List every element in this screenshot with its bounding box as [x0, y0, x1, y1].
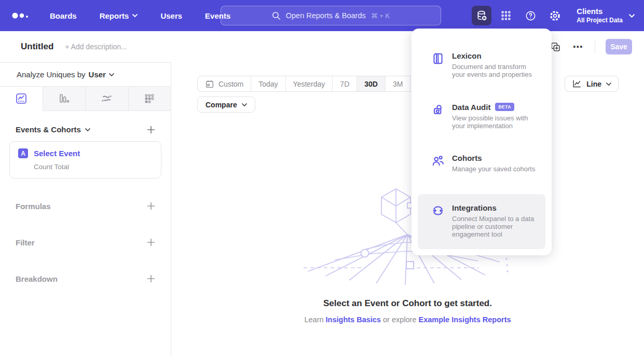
chart-toolbar: Custom Today Yesterday 7D 30D 3M 6M Line — [197, 76, 619, 92]
nav-item-reports[interactable]: Reports — [100, 11, 138, 20]
chevron-down-icon — [85, 128, 90, 131]
divider — [595, 39, 595, 54]
filter-section: Filter — [0, 234, 171, 251]
apps-grid-button[interactable] — [496, 6, 516, 25]
tab-retention-grid[interactable] — [129, 87, 171, 111]
plus-icon — [147, 202, 155, 210]
nav-item-users[interactable]: Users — [160, 11, 182, 20]
event-query-card[interactable]: A Select Event Count Total — [9, 141, 161, 178]
data-audit-lock-icon — [431, 103, 445, 117]
compare-dropdown[interactable]: Compare — [197, 97, 255, 113]
chevron-down-icon — [242, 103, 247, 106]
bar-chart-tab-icon — [58, 92, 70, 105]
nav-links: Boards Reports Users Events — [50, 11, 230, 20]
menu-item-integrations[interactable]: Integrations Connect Mixpanel to a data … — [418, 194, 545, 249]
add-description-field[interactable]: + Add description... — [65, 43, 127, 51]
project-name: Clients — [577, 7, 623, 17]
tab-line-chart[interactable] — [0, 87, 43, 111]
mixpanel-logo-icon[interactable] — [11, 12, 29, 19]
analyze-by-dropdown[interactable]: User — [89, 70, 114, 79]
apps-grid-icon — [500, 10, 512, 21]
help-button[interactable] — [520, 6, 540, 25]
example-insights-reports-link[interactable]: Example Insights Reports — [418, 315, 511, 324]
data-management-menu: Lexicon Document and transform your even… — [412, 29, 552, 255]
chevron-down-icon — [132, 14, 138, 17]
date-range-today[interactable]: Today — [251, 76, 285, 91]
select-event-button[interactable]: Select Event — [34, 149, 80, 158]
ellipsis-icon: ⋯ — [573, 44, 584, 49]
search-placeholder: Open Reports & Boards — [286, 11, 366, 20]
chevron-down-icon — [109, 73, 114, 76]
grid-dots-tab-icon — [143, 92, 156, 105]
database-gear-icon — [476, 10, 488, 22]
flow-tab-icon — [100, 92, 113, 105]
date-range-custom[interactable]: Custom — [198, 76, 251, 91]
report-title[interactable]: Untitled — [21, 42, 53, 52]
save-button[interactable]: Save — [606, 39, 632, 54]
analyze-label: Analyze Uniques by — [17, 70, 86, 79]
line-chart-tab-icon — [15, 92, 28, 105]
add-formula-button[interactable] — [147, 202, 155, 210]
project-selector[interactable]: Clients All Project Data — [577, 7, 635, 24]
gear-icon — [549, 10, 561, 22]
calendar-icon — [205, 79, 214, 89]
nav-item-boards[interactable]: Boards — [50, 11, 77, 20]
help-icon — [525, 10, 537, 22]
chevron-down-icon — [629, 14, 635, 18]
menu-item-cohorts[interactable]: Cohorts Manage your saved cohorts — [418, 148, 545, 178]
date-range-yesterday[interactable]: Yesterday — [286, 76, 333, 91]
cohorts-people-icon — [431, 154, 445, 168]
top-nav: Boards Reports Users Events Open Reports… — [0, 0, 644, 31]
search-icon — [272, 11, 281, 20]
project-scope: All Project Data — [577, 17, 623, 24]
more-options-button[interactable]: ⋯ — [572, 40, 584, 53]
plus-icon — [147, 274, 155, 283]
insights-basics-link[interactable]: Insights Basics — [326, 315, 381, 324]
add-event-button[interactable] — [147, 126, 155, 134]
line-chart-icon — [572, 79, 582, 89]
add-breakdown-button[interactable] — [147, 274, 155, 283]
tab-flow-chart[interactable] — [86, 87, 129, 111]
settings-button[interactable] — [545, 6, 565, 25]
events-cohorts-header: Events & Cohorts — [0, 125, 171, 134]
plus-icon — [147, 238, 155, 246]
menu-item-data-audit[interactable]: Data Audit BETA View possible issues wit… — [418, 98, 545, 135]
nav-right-cluster: Clients All Project Data — [472, 0, 635, 31]
beta-badge: BETA — [495, 103, 514, 111]
search-input[interactable]: Open Reports & Boards ⌘ + K — [221, 6, 441, 25]
empty-state-links: Learn Insights Basics or explore Example… — [171, 315, 644, 324]
date-range-30d[interactable]: 30D — [357, 76, 386, 91]
chart-type-tabs — [0, 87, 171, 111]
menu-item-lexicon[interactable]: Lexicon Document and transform your even… — [418, 46, 545, 84]
integrations-sync-icon — [431, 204, 445, 217]
lexicon-book-icon — [431, 52, 445, 65]
data-management-button[interactable] — [472, 6, 491, 25]
search-shortcut: ⌘ + K — [371, 12, 390, 20]
mixpanel-insights-page: Boards Reports Users Events Open Reports… — [0, 0, 644, 357]
events-cohorts-toggle[interactable]: Events & Cohorts — [16, 125, 90, 134]
date-range-control: Custom Today Yesterday 7D 30D 3M 6M — [197, 76, 436, 92]
chart-type-dropdown[interactable]: Line — [565, 76, 619, 92]
empty-state-title: Select an Event or Cohort to get started… — [171, 298, 644, 309]
analyze-uniques-row: Analyze Uniques by User — [0, 63, 171, 87]
add-filter-button[interactable] — [147, 238, 155, 246]
empty-state: Select an Event or Cohort to get started… — [171, 298, 644, 324]
query-builder-sidebar: Analyze Uniques by User — [0, 62, 171, 357]
date-range-3m[interactable]: 3M — [386, 76, 410, 91]
count-total-selector[interactable]: Count Total — [34, 163, 153, 171]
chart-area: Custom Today Yesterday 7D 30D 3M 6M Line — [171, 62, 644, 357]
formulas-section: Formulas — [0, 197, 171, 215]
plus-icon — [147, 126, 155, 134]
event-letter-badge: A — [18, 148, 28, 158]
tab-bar-chart[interactable] — [43, 87, 86, 111]
date-range-7d[interactable]: 7D — [333, 76, 357, 91]
breakdown-section: Breakdown — [0, 270, 171, 287]
chevron-down-icon — [606, 83, 611, 86]
